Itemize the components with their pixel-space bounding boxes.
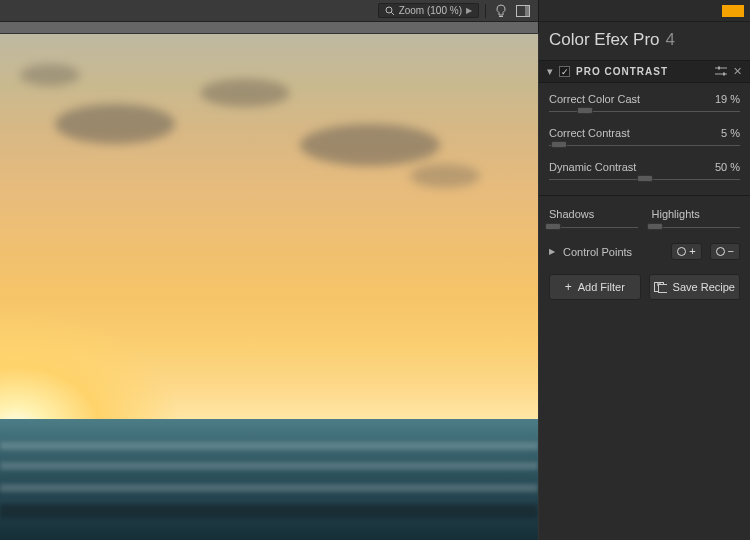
panel-header — [539, 0, 750, 22]
slider-controls: Correct Color Cast19 %Correct Contrast5 … — [539, 83, 750, 189]
save-icon — [654, 282, 667, 293]
shadows-label: Shadows — [549, 208, 638, 220]
svg-line-1 — [391, 12, 394, 15]
panel-toggle-icon[interactable] — [514, 3, 532, 19]
plus-icon: + — [565, 280, 572, 294]
slider-control: Dynamic Contrast50 % — [549, 161, 740, 183]
control-points-label: Control Points — [563, 246, 663, 258]
action-buttons: + Add Filter Save Recipe — [539, 270, 750, 312]
magnifier-icon — [385, 6, 395, 16]
slider-thumb[interactable] — [577, 107, 593, 114]
add-filter-label: Add Filter — [578, 281, 625, 293]
slider-value: 5 % — [721, 127, 740, 139]
sliders-icon[interactable] — [715, 66, 727, 78]
control-points-row: ▶ Control Points + − — [539, 235, 750, 270]
add-control-point-button[interactable]: + — [671, 243, 701, 260]
svg-point-0 — [386, 7, 392, 13]
canvas-viewport[interactable] — [0, 22, 538, 540]
close-icon[interactable]: ✕ — [733, 65, 742, 78]
image-preview — [0, 34, 538, 540]
panel-title-row: Color Efex Pro 4 — [539, 22, 750, 60]
chevron-right-icon[interactable]: ▶ — [466, 6, 472, 15]
tone-row: Shadows Highlights — [539, 202, 750, 235]
zoom-label: Zoom (100 %) — [399, 5, 462, 16]
svg-rect-8 — [723, 72, 725, 75]
slider-track[interactable] — [549, 175, 740, 183]
remove-control-point-button[interactable]: − — [710, 243, 740, 260]
slider-label: Correct Contrast — [549, 127, 630, 139]
slider-thumb[interactable] — [637, 175, 653, 182]
slider-thumb[interactable] — [545, 223, 561, 230]
shadows-slider[interactable] — [549, 223, 638, 231]
filter-enable-checkbox[interactable]: ✓ — [559, 66, 570, 77]
slider-track[interactable] — [549, 107, 740, 115]
save-recipe-button[interactable]: Save Recipe — [649, 274, 741, 300]
slider-track[interactable] — [549, 141, 740, 149]
filter-name: PRO CONTRAST — [576, 66, 668, 77]
toolbar-divider — [485, 4, 486, 18]
canvas-area: Zoom (100 %) ▶ — [0, 0, 538, 540]
add-filter-button[interactable]: + Add Filter — [549, 274, 641, 300]
svg-rect-11 — [658, 284, 667, 292]
slider-label: Correct Color Cast — [549, 93, 640, 105]
lightbulb-icon[interactable] — [492, 3, 510, 19]
panel-title: Color Efex Pro — [549, 30, 660, 50]
filter-section-header[interactable]: ▾ ✓ PRO CONTRAST ✕ — [539, 60, 750, 83]
shadows-control: Shadows — [549, 208, 638, 231]
chevron-right-icon[interactable]: ▶ — [549, 247, 555, 256]
slider-value: 19 % — [715, 93, 740, 105]
divider — [539, 195, 750, 196]
slider-value: 50 % — [715, 161, 740, 173]
target-icon — [716, 247, 725, 256]
slider-control: Correct Contrast5 % — [549, 127, 740, 149]
top-toolbar: Zoom (100 %) ▶ — [0, 0, 538, 22]
highlights-control: Highlights — [652, 208, 741, 231]
highlights-slider[interactable] — [652, 223, 741, 231]
slider-thumb[interactable] — [551, 141, 567, 148]
slider-label: Dynamic Contrast — [549, 161, 636, 173]
slider-control: Correct Color Cast19 % — [549, 93, 740, 115]
highlights-label: Highlights — [652, 208, 741, 220]
save-recipe-label: Save Recipe — [673, 281, 735, 293]
panel-version: 4 — [666, 30, 675, 50]
nik-logo — [722, 5, 744, 17]
zoom-control[interactable]: Zoom (100 %) ▶ — [378, 3, 479, 18]
svg-rect-4 — [525, 5, 530, 16]
target-icon — [677, 247, 686, 256]
svg-rect-7 — [718, 66, 720, 69]
chevron-down-icon[interactable]: ▾ — [547, 65, 553, 78]
slider-thumb[interactable] — [647, 223, 663, 230]
side-panel: Color Efex Pro 4 ▾ ✓ PRO CONTRAST ✕ Corr… — [538, 0, 750, 540]
